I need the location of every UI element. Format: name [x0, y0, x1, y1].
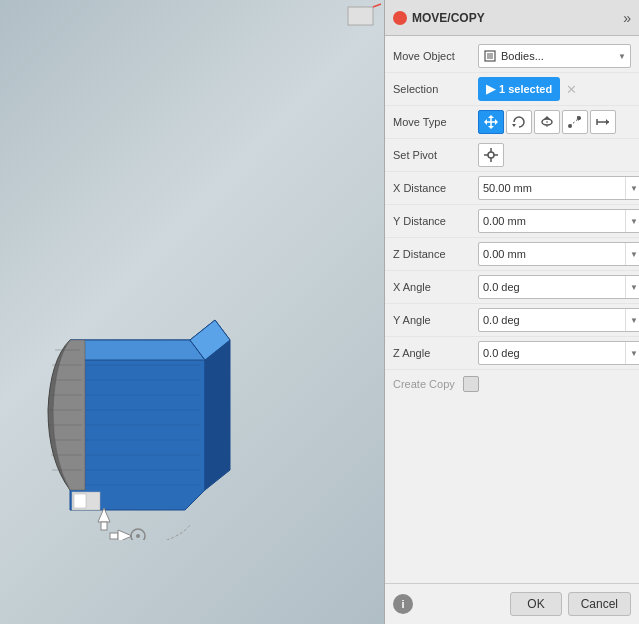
svg-marker-40	[512, 124, 516, 127]
svg-rect-25	[74, 494, 86, 508]
move-type-label: Move Type	[393, 116, 478, 128]
move-object-dropdown-arrow: ▼	[618, 52, 626, 61]
corner-decoration	[343, 2, 383, 35]
x-angle-control: ▼	[478, 275, 639, 299]
panel-title-group: MOVE/COPY	[393, 11, 485, 25]
x-distance-control: ▼	[478, 176, 639, 200]
selection-row: Selection ▶ 1 selected ✕	[385, 73, 639, 106]
set-pivot-control	[478, 143, 631, 167]
y-distance-row: Y Distance ▼	[385, 205, 639, 238]
create-copy-row: Create Copy	[385, 370, 639, 398]
z-distance-dropdown-arrow[interactable]: ▼	[625, 243, 639, 265]
z-angle-input[interactable]	[479, 347, 625, 359]
ok-button[interactable]: OK	[510, 592, 561, 616]
y-angle-row: Y Angle ▼	[385, 304, 639, 337]
svg-rect-0	[348, 7, 373, 25]
action-buttons: OK Cancel	[510, 592, 631, 616]
x-distance-input[interactable]	[479, 182, 625, 194]
cancel-button[interactable]: Cancel	[568, 592, 631, 616]
svg-marker-35	[495, 119, 498, 125]
z-distance-control: ▼	[478, 242, 639, 266]
translate-icon	[483, 114, 499, 130]
svg-marker-48	[606, 119, 609, 125]
svg-marker-42	[544, 116, 550, 119]
y-angle-input-wrap: ▼	[478, 308, 639, 332]
z-distance-input[interactable]	[479, 248, 625, 260]
x-angle-dropdown-arrow[interactable]: ▼	[625, 276, 639, 298]
move-type-align-button[interactable]	[590, 110, 616, 134]
selection-count: 1 selected	[499, 83, 552, 95]
y-angle-control: ▼	[478, 308, 639, 332]
z-distance-label: Z Distance	[393, 248, 478, 260]
svg-rect-33	[487, 53, 493, 59]
y-distance-dropdown-arrow[interactable]: ▼	[625, 210, 639, 232]
y-distance-label: Y Distance	[393, 215, 478, 227]
move-type-translate-button[interactable]	[478, 110, 504, 134]
x-distance-input-wrap: ▼	[478, 176, 639, 200]
selection-badge[interactable]: ▶ 1 selected	[478, 77, 560, 101]
y-angle-input[interactable]	[479, 314, 625, 326]
move-type-rotate-axis-button[interactable]	[534, 110, 560, 134]
set-pivot-label: Set Pivot	[393, 149, 478, 161]
svg-line-1	[373, 4, 381, 7]
z-angle-row: Z Angle ▼	[385, 337, 639, 370]
move-copy-panel: MOVE/COPY » Move Object Bodies... ▼	[384, 0, 639, 624]
point-to-point-icon	[567, 114, 583, 130]
selection-control: ▶ 1 selected ✕	[478, 77, 631, 101]
svg-point-31	[136, 534, 140, 538]
move-type-control	[478, 110, 631, 134]
pivot-icon	[483, 147, 499, 163]
x-distance-dropdown-arrow[interactable]: ▼	[625, 177, 639, 199]
set-pivot-row: Set Pivot	[385, 139, 639, 172]
y-distance-control: ▼	[478, 209, 639, 233]
move-type-rotate-free-button[interactable]	[506, 110, 532, 134]
3d-model	[30, 260, 250, 550]
y-distance-input-wrap: ▼	[478, 209, 639, 233]
svg-marker-39	[488, 126, 494, 129]
create-copy-checkbox[interactable]	[463, 376, 479, 392]
z-angle-label: Z Angle	[393, 347, 478, 359]
svg-rect-28	[110, 533, 118, 539]
y-distance-input[interactable]	[479, 215, 625, 227]
cursor-icon: ▶	[486, 82, 495, 96]
x-angle-input-wrap: ▼	[478, 275, 639, 299]
panel-footer: i OK Cancel	[385, 583, 639, 624]
x-distance-row: X Distance ▼	[385, 172, 639, 205]
z-angle-control: ▼	[478, 341, 639, 365]
move-object-label: Move Object	[393, 50, 478, 62]
rotate-free-icon	[511, 114, 527, 130]
svg-marker-3	[70, 340, 205, 360]
x-angle-input[interactable]	[479, 281, 625, 293]
3d-viewport[interactable]	[0, 0, 385, 624]
rotate-axis-icon	[539, 114, 555, 130]
svg-rect-27	[101, 522, 107, 530]
z-distance-row: Z Distance ▼	[385, 238, 639, 271]
selection-clear-button[interactable]: ✕	[564, 83, 579, 96]
move-object-row: Move Object Bodies... ▼	[385, 40, 639, 73]
x-distance-label: X Distance	[393, 182, 478, 194]
move-type-row: Move Type	[385, 106, 639, 139]
panel-header: MOVE/COPY »	[385, 0, 639, 36]
info-button[interactable]: i	[393, 594, 413, 614]
set-pivot-button[interactable]	[478, 143, 504, 167]
move-object-dropdown[interactable]: Bodies... ▼	[478, 44, 631, 68]
x-angle-label: X Angle	[393, 281, 478, 293]
bodies-icon	[483, 49, 497, 63]
move-type-group	[478, 110, 616, 134]
z-angle-input-wrap: ▼	[478, 341, 639, 365]
panel-title: MOVE/COPY	[412, 11, 485, 25]
svg-marker-38	[488, 115, 494, 118]
y-angle-label: Y Angle	[393, 314, 478, 326]
y-angle-dropdown-arrow[interactable]: ▼	[625, 309, 639, 331]
panel-expand-button[interactable]: »	[623, 10, 631, 26]
align-icon	[595, 114, 611, 130]
create-copy-label: Create Copy	[393, 378, 455, 390]
svg-point-50	[488, 152, 494, 158]
move-object-control: Bodies... ▼	[478, 44, 631, 68]
z-distance-input-wrap: ▼	[478, 242, 639, 266]
svg-marker-36	[484, 119, 487, 125]
move-type-point-button[interactable]	[562, 110, 588, 134]
panel-status-icon	[393, 11, 407, 25]
z-angle-dropdown-arrow[interactable]: ▼	[625, 342, 639, 364]
panel-body: Move Object Bodies... ▼ Selection	[385, 36, 639, 583]
